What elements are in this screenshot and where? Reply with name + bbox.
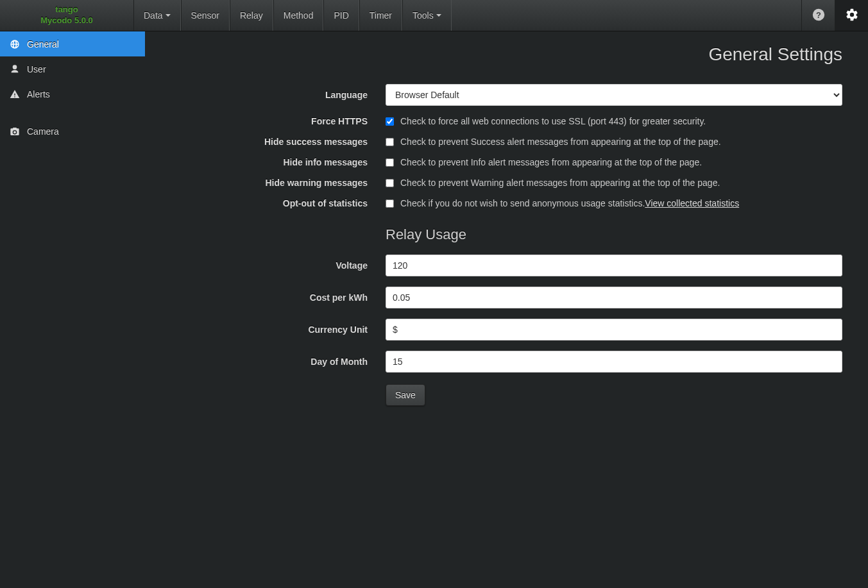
brand-host: tango xyxy=(55,4,78,15)
row-hide-info: Hide info messages Check to prevent Info… xyxy=(158,157,842,167)
help-icon: ? xyxy=(812,8,826,24)
row-optout: Opt-out of statistics Check if you do no… xyxy=(158,198,842,208)
sidebar: General User Alerts Camera xyxy=(0,31,145,588)
nav-data-label: Data xyxy=(144,10,163,21)
top-navbar: tango Mycodo 5.0.0 Data Sensor Relay Met… xyxy=(0,0,868,31)
label-hide-success: Hide success messages xyxy=(158,137,386,147)
save-button[interactable]: Save xyxy=(386,384,425,406)
svg-text:?: ? xyxy=(816,10,821,19)
nav-settings[interactable] xyxy=(835,0,868,31)
nav-sensor[interactable]: Sensor xyxy=(181,0,230,31)
nav-help[interactable]: ? xyxy=(801,0,835,31)
nav-pid-label: PID xyxy=(334,10,348,21)
label-optout: Opt-out of statistics xyxy=(158,198,386,208)
nav-sensor-label: Sensor xyxy=(191,10,219,21)
warning-icon xyxy=(9,88,21,100)
brand-version: Mycodo 5.0.0 xyxy=(40,15,93,26)
nav-pid[interactable]: PID xyxy=(323,0,359,31)
caret-down-icon xyxy=(436,14,441,17)
settings-form: Language Browser Default Force HTTPS Che… xyxy=(158,84,842,406)
caret-down-icon xyxy=(166,14,171,17)
force-https-desc: Check to force all web connections to us… xyxy=(400,116,706,126)
row-hide-success: Hide success messages Check to prevent S… xyxy=(158,137,842,147)
sidebar-item-camera[interactable]: Camera xyxy=(0,119,145,144)
row-hide-warning: Hide warning messages Check to prevent W… xyxy=(158,178,842,188)
hide-info-desc: Check to prevent Info alert messages fro… xyxy=(400,157,702,167)
sidebar-item-label: User xyxy=(27,64,46,74)
currency-input[interactable] xyxy=(386,319,842,340)
hide-success-desc: Check to prevent Success alert messages … xyxy=(400,137,721,147)
nav-tools[interactable]: Tools xyxy=(402,0,452,31)
nav-method[interactable]: Method xyxy=(273,0,324,31)
camera-icon xyxy=(9,126,21,137)
label-language: Language xyxy=(158,90,386,100)
sidebar-item-alerts[interactable]: Alerts xyxy=(0,81,145,106)
label-day: Day of Month xyxy=(158,357,386,367)
label-hide-info: Hide info messages xyxy=(158,157,386,167)
language-select[interactable]: Browser Default xyxy=(386,84,842,106)
row-voltage: Voltage xyxy=(158,255,842,276)
sidebar-item-user[interactable]: User xyxy=(0,56,145,81)
label-hide-warning: Hide warning messages xyxy=(158,178,386,188)
optout-checkbox[interactable] xyxy=(386,199,394,208)
cost-input[interactable] xyxy=(386,287,842,308)
nav-relay-label: Relay xyxy=(240,10,263,21)
sidebar-item-label: General xyxy=(27,39,59,49)
nav-tools-label: Tools xyxy=(413,10,434,21)
gear-icon xyxy=(845,8,859,24)
label-voltage: Voltage xyxy=(158,260,386,271)
globe-icon xyxy=(9,38,21,50)
main-content: General Settings Language Browser Defaul… xyxy=(145,31,868,588)
hide-success-checkbox[interactable] xyxy=(386,138,394,146)
row-cost: Cost per kWh xyxy=(158,287,842,308)
sidebar-item-general[interactable]: General xyxy=(0,31,145,56)
optout-desc: Check if you do not wish to send anonymo… xyxy=(400,198,645,208)
row-language: Language Browser Default xyxy=(158,84,842,106)
section-title-relay-usage: Relay Usage xyxy=(386,226,842,243)
view-statistics-link[interactable]: View collected statistics xyxy=(645,198,739,208)
row-force-https: Force HTTPS Check to force all web conne… xyxy=(158,116,842,126)
day-input[interactable] xyxy=(386,351,842,373)
hide-info-checkbox[interactable] xyxy=(386,158,394,167)
nav-data[interactable]: Data xyxy=(133,0,181,31)
force-https-checkbox[interactable] xyxy=(386,117,394,126)
page-title: General Settings xyxy=(158,44,842,65)
nav-relay[interactable]: Relay xyxy=(230,0,273,31)
label-cost: Cost per kWh xyxy=(158,292,386,303)
hide-warning-desc: Check to prevent Warning alert messages … xyxy=(400,178,720,188)
row-day: Day of Month xyxy=(158,351,842,373)
sidebar-item-label: Alerts xyxy=(27,89,50,99)
sidebar-spacer xyxy=(0,106,145,119)
sidebar-item-label: Camera xyxy=(27,126,59,137)
nav-timer-label: Timer xyxy=(370,10,392,21)
row-currency: Currency Unit xyxy=(158,319,842,340)
hide-warning-checkbox[interactable] xyxy=(386,179,394,187)
voltage-input[interactable] xyxy=(386,255,842,276)
label-currency: Currency Unit xyxy=(158,324,386,335)
nav-timer[interactable]: Timer xyxy=(359,0,402,31)
nav-method-label: Method xyxy=(284,10,314,21)
nav-spacer xyxy=(452,0,801,31)
brand[interactable]: tango Mycodo 5.0.0 xyxy=(0,0,133,31)
user-icon xyxy=(9,63,21,75)
label-force-https: Force HTTPS xyxy=(158,116,386,126)
